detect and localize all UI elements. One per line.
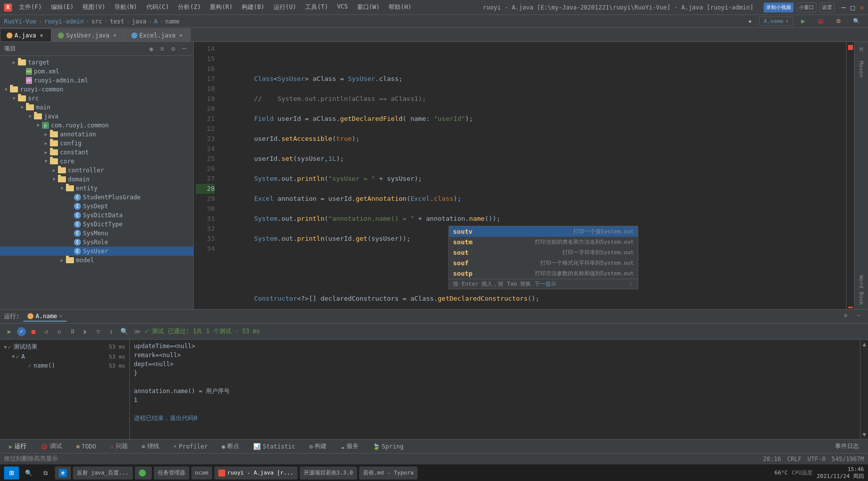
- settings-btn[interactable]: 设置: [820, 2, 835, 12]
- tree-item-sysrole[interactable]: C SysRole: [0, 238, 193, 247]
- run-more-btn[interactable]: ≫: [132, 326, 143, 337]
- nav-debug-btn[interactable]: 🐞: [813, 17, 828, 25]
- event-log-btn[interactable]: 事件日志: [830, 441, 864, 452]
- start-button[interactable]: ⊞: [4, 467, 19, 480]
- tree-item-annotation[interactable]: ▶ annotation: [0, 130, 193, 139]
- autocomplete-item-soutm[interactable]: soutm 打印当前的类名和方法名到System.out: [449, 237, 638, 247]
- run-resume-btn[interactable]: ⏵: [80, 326, 91, 337]
- search-everywhere-btn[interactable]: 🔍: [849, 17, 864, 25]
- strip-todo-btn[interactable]: ≡ TODO: [71, 442, 101, 451]
- output-scrollbar[interactable]: ▲ ▼: [860, 340, 868, 439]
- status-crlf[interactable]: CRLF: [787, 456, 802, 463]
- tree-item-studentplusgrade[interactable]: C StudentPlusGrade: [0, 193, 193, 202]
- tree-item-domain[interactable]: ▼ domain: [0, 175, 193, 184]
- tree-item-constant[interactable]: ▶ constant: [0, 148, 193, 157]
- menu-tools[interactable]: 工具(T): [301, 2, 332, 12]
- taskbar-edge-btn[interactable]: e: [55, 467, 71, 480]
- status-memory[interactable]: 545/1967M: [832, 456, 864, 463]
- tree-item-iml[interactable]: iml ruoyi-admin.iml: [0, 76, 193, 85]
- mini-window-btn[interactable]: 小窗口: [797, 2, 817, 12]
- tab-close-a-java[interactable]: ✕: [38, 32, 45, 39]
- breadcrumb-java[interactable]: java: [132, 18, 146, 25]
- taskview-btn[interactable]: ⧉: [38, 467, 53, 480]
- search-taskbar-btn[interactable]: 🔍: [21, 467, 36, 480]
- tree-item-core[interactable]: ▼ core: [0, 157, 193, 166]
- menu-help[interactable]: 帮助(H): [385, 2, 416, 12]
- menu-window[interactable]: 窗口(W): [353, 2, 384, 12]
- sidebar-settings-btn[interactable]: ⚙: [168, 44, 178, 54]
- strip-services-btn[interactable]: ☁ 服务: [336, 441, 363, 452]
- tree-item-model[interactable]: ▶ model: [0, 256, 193, 265]
- tree-item-java[interactable]: ▼ java: [0, 112, 193, 121]
- menu-code[interactable]: 代码(C): [142, 2, 173, 12]
- scroll-down-btn[interactable]: ▼: [862, 430, 867, 439]
- tab-close-sysuser[interactable]: ✕: [111, 32, 118, 39]
- strip-breakpoints-btn[interactable]: ◉ 断点: [217, 441, 244, 452]
- output-line-9[interactable]: 进程已结束，退出代码0: [134, 414, 856, 423]
- tab-excel-java[interactable]: Excel.java ✕: [125, 28, 191, 41]
- tree-item-sysmenu[interactable]: C SysMenu: [0, 229, 193, 238]
- menu-vcs[interactable]: VCS: [333, 2, 352, 12]
- tree-item-src[interactable]: ▼ src: [0, 94, 193, 103]
- autocomplete-item-sout[interactable]: sout 打印一字符串到System.out: [449, 247, 638, 258]
- nav-dropdown[interactable]: A.name ▾: [759, 16, 793, 26]
- sidebar-collapse-btn[interactable]: ─: [179, 44, 189, 54]
- run-btn[interactable]: ▶: [4, 326, 15, 337]
- menu-analyze[interactable]: 分析(Z): [174, 2, 205, 12]
- maximize-btn[interactable]: □: [851, 3, 855, 11]
- run-rerun-btn[interactable]: ↺: [41, 326, 52, 337]
- taskbar-app-browser[interactable]: [135, 467, 152, 480]
- autocomplete-item-soutp[interactable]: soutp 打印方法参数的名称和值到System.out: [449, 268, 638, 279]
- breadcrumb-src[interactable]: src: [91, 18, 102, 25]
- autocomplete-more-icon[interactable]: ⋮: [628, 281, 634, 287]
- run-filter-btn[interactable]: ▽: [93, 326, 104, 337]
- minimize-btn[interactable]: ─: [842, 3, 846, 11]
- tree-item-package[interactable]: ▼ p com.ruoyi.common: [0, 121, 193, 130]
- strip-profiler-btn[interactable]: ⚡ Profiler: [168, 442, 213, 451]
- tab-a-java[interactable]: A.java ✕: [0, 28, 51, 41]
- run-tab-close[interactable]: ✕: [59, 313, 62, 319]
- nav-build-btn[interactable]: ⚙: [832, 17, 845, 25]
- tree-item-controller[interactable]: ▶ controller: [0, 166, 193, 175]
- nav-run-btn[interactable]: ▶: [797, 17, 809, 25]
- tree-item-sysdept[interactable]: C SysDept: [0, 202, 193, 211]
- tree-item-common[interactable]: ▼ ruoyi-common: [0, 85, 193, 94]
- run-debug-btn[interactable]: ↻: [54, 326, 65, 337]
- maven-label[interactable]: Maven: [858, 57, 865, 81]
- nav-back-btn[interactable]: ◂: [744, 17, 755, 25]
- run-stop-btn[interactable]: ■: [28, 326, 39, 337]
- menu-refactor[interactable]: 重构(R): [206, 2, 237, 12]
- run-search-btn[interactable]: 🔍: [119, 326, 130, 337]
- tree-item-sysdictdata[interactable]: C SysDictData: [0, 211, 193, 220]
- sidebar-locate-btn[interactable]: ◉: [146, 44, 156, 54]
- breadcrumb-test[interactable]: test: [110, 18, 124, 25]
- tree-item-sysuser[interactable]: C SysUser: [0, 247, 193, 256]
- menu-build[interactable]: 构建(B): [238, 2, 269, 12]
- breadcrumb-admin[interactable]: ruoyi-admin: [44, 18, 83, 25]
- strip-spring-btn[interactable]: 🍃 Spring: [368, 442, 409, 451]
- taskbar-app-baidu[interactable]: 反射 java_百度...: [73, 467, 133, 480]
- run-close-btn[interactable]: ─: [853, 310, 864, 321]
- autocomplete-item-soutv[interactable]: soutv 打印一个值System.out: [449, 226, 638, 237]
- strip-statistic-btn[interactable]: 📊 Statistic: [248, 442, 300, 451]
- taskbar-typora[interactable]: 若依.md - Typora: [359, 467, 418, 480]
- tab-close-excel[interactable]: ✕: [177, 32, 184, 39]
- strip-build-btn[interactable]: ⚙ 构建: [304, 441, 332, 452]
- run-pause-btn[interactable]: ⏸: [67, 326, 78, 337]
- run-tab-aname[interactable]: A.name ✕: [23, 312, 66, 322]
- strip-run-btn[interactable]: ▶ 运行: [4, 441, 31, 452]
- taskbar-ocam[interactable]: ocam: [191, 467, 213, 480]
- breadcrumb-name[interactable]: name: [165, 18, 180, 25]
- record-btn[interactable]: 录制小视频: [764, 2, 794, 12]
- run-settings-btn[interactable]: ⚙: [840, 310, 851, 321]
- tab-sysuser-java[interactable]: SysUser.java ✕: [51, 28, 125, 41]
- breadcrumb-a[interactable]: A: [154, 18, 157, 25]
- maven-btn[interactable]: M: [856, 44, 867, 55]
- menu-run[interactable]: 运行(U): [270, 2, 301, 12]
- autocomplete-next-hint[interactable]: 下一提示: [534, 281, 556, 287]
- run-check-btn[interactable]: ✓: [17, 327, 26, 336]
- taskbar-ruoyi[interactable]: ruoyi - A.java [r...: [214, 467, 297, 480]
- test-tree-item-name[interactable]: ✓ name() 53 ms: [2, 361, 127, 370]
- run-sort-btn[interactable]: ↕: [106, 326, 117, 337]
- menu-file[interactable]: 文件(F): [15, 2, 46, 12]
